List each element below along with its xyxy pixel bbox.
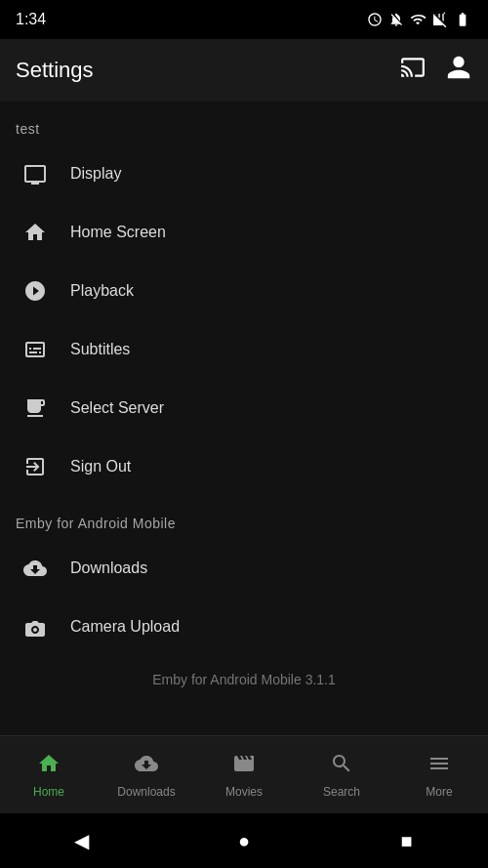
display-label: Display (70, 165, 121, 183)
status-time: 1:34 (16, 11, 46, 28)
menu-item-display[interactable]: Display (0, 145, 488, 203)
menu-item-camera-upload[interactable]: Camera Upload (0, 598, 488, 656)
nav-item-home[interactable]: Home (0, 744, 98, 806)
recent-button[interactable]: ■ (387, 821, 427, 860)
menu-item-home-screen[interactable]: Home Screen (0, 203, 488, 262)
playback-label: Playback (70, 282, 134, 300)
display-icon (16, 162, 55, 186)
section-header-emby: Emby for Android Mobile (0, 496, 488, 539)
sign-out-label: Sign Out (70, 458, 131, 475)
nav-movies-label: Movies (225, 785, 263, 799)
sign-out-icon (16, 455, 55, 478)
alarm-icon (367, 12, 383, 27)
section-header-test: test (0, 102, 488, 145)
menu-item-downloads[interactable]: Downloads (0, 539, 488, 598)
nav-item-more[interactable]: More (390, 744, 488, 806)
nav-search-icon (330, 752, 353, 781)
system-navigation-bar: ◀ ● ■ (0, 813, 488, 868)
playback-icon (16, 279, 55, 303)
cast-icon[interactable] (400, 55, 426, 86)
nav-downloads-label: Downloads (117, 785, 175, 799)
back-button[interactable]: ◀ (61, 821, 101, 860)
settings-content: test Display Home Screen Playback (0, 102, 488, 735)
nav-home-icon (37, 752, 61, 781)
subtitles-label: Subtitles (70, 341, 130, 358)
app-bar: Settings (0, 39, 488, 102)
home-button[interactable]: ● (224, 821, 264, 860)
nav-movies-icon (232, 752, 256, 781)
home-screen-label: Home Screen (70, 224, 166, 241)
version-text: Emby for Android Mobile 3.1.1 (0, 656, 488, 703)
home-screen-icon (16, 221, 55, 244)
status-icons (367, 12, 472, 27)
select-server-label: Select Server (70, 399, 164, 417)
subtitles-icon (16, 338, 55, 361)
downloads-label: Downloads (70, 559, 147, 577)
page-title: Settings (16, 58, 94, 83)
notification-off-icon (388, 12, 404, 27)
nav-search-label: Search (323, 785, 360, 799)
nav-item-search[interactable]: Search (293, 744, 390, 806)
battery-icon (453, 12, 472, 27)
nav-downloads-icon (135, 752, 158, 781)
nav-more-label: More (426, 785, 452, 799)
select-server-icon (16, 396, 55, 420)
profile-icon[interactable] (445, 54, 472, 87)
menu-item-subtitles[interactable]: Subtitles (0, 320, 488, 379)
app-bar-icons (400, 54, 472, 87)
signal-icon (431, 12, 447, 27)
downloads-icon (16, 557, 55, 580)
camera-upload-label: Camera Upload (70, 618, 180, 636)
status-bar: 1:34 (0, 0, 488, 39)
nav-item-downloads[interactable]: Downloads (98, 744, 195, 806)
nav-home-label: Home (33, 785, 64, 799)
nav-more-icon (427, 752, 451, 781)
wifi-icon (410, 12, 426, 27)
menu-item-select-server[interactable]: Select Server (0, 379, 488, 437)
camera-upload-icon (16, 615, 55, 639)
menu-item-sign-out[interactable]: Sign Out (0, 437, 488, 496)
nav-item-movies[interactable]: Movies (195, 744, 293, 806)
menu-item-playback[interactable]: Playback (0, 262, 488, 320)
bottom-navigation: Home Downloads Movies Search (0, 735, 488, 813)
